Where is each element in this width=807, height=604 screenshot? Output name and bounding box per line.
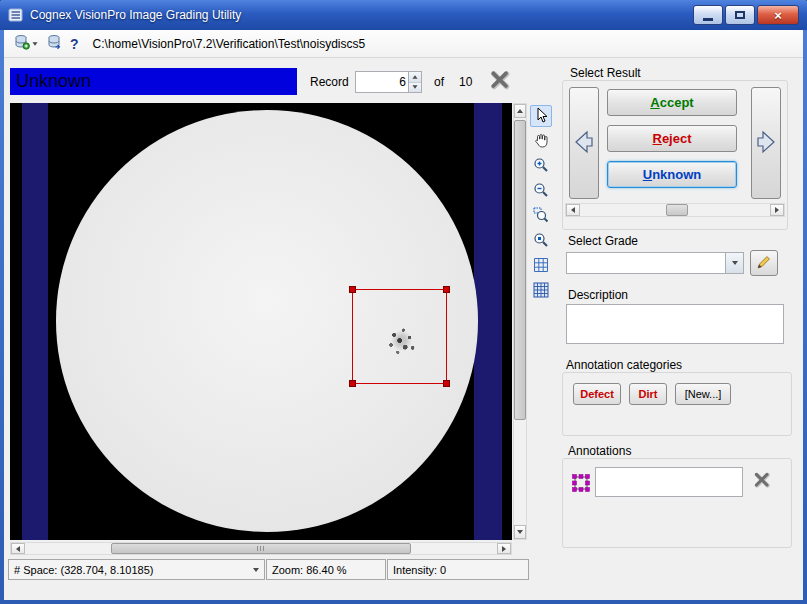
record-input[interactable]: [356, 72, 408, 92]
pencil-icon: [756, 254, 772, 273]
record-slider[interactable]: [565, 203, 785, 217]
scroll-right-button[interactable]: [497, 543, 511, 554]
roi-handle[interactable]: [443, 286, 450, 293]
thumb-grip-icon: [257, 546, 266, 551]
title-bar[interactable]: Cognex VisionPro Image Grading Utility ×: [0, 0, 807, 30]
zoom-in-icon: [533, 157, 549, 176]
save-results-button[interactable]: [44, 32, 64, 55]
image-canvas[interactable]: [10, 103, 512, 540]
scroll-up-button[interactable]: [514, 104, 526, 118]
combo-dropdown-icon: [732, 261, 738, 265]
roi-handle[interactable]: [443, 380, 450, 387]
window-title: Cognex VisionPro Image Grading Utility: [30, 8, 241, 22]
spin-up-button[interactable]: [409, 72, 421, 83]
roi-handle[interactable]: [349, 380, 356, 387]
defect-category-button[interactable]: Defect: [573, 383, 621, 405]
slider-left-button[interactable]: [566, 204, 580, 216]
slider-right-button[interactable]: [770, 204, 784, 216]
edit-grades-button[interactable]: [750, 250, 778, 276]
horizontal-scrollbar[interactable]: [10, 542, 512, 555]
dropdown-caret-icon: [32, 42, 37, 45]
new-category-button[interactable]: [New...]: [675, 383, 731, 405]
client-area: Unknown Record of 10: [4, 58, 803, 600]
arrow-right-icon: [502, 546, 506, 552]
spin-down-button[interactable]: [409, 83, 421, 93]
minimize-button[interactable]: [693, 5, 723, 25]
next-record-button[interactable]: [751, 87, 781, 199]
of-label: of: [434, 75, 444, 89]
horizontal-scroll-thumb[interactable]: [111, 543, 411, 554]
image-left-strip: [22, 103, 48, 540]
annotations-label: Annotations: [568, 444, 631, 458]
image-right-strip: [474, 103, 502, 540]
hand-icon: [533, 132, 549, 151]
maximize-icon: [735, 11, 745, 19]
close-button[interactable]: ×: [757, 5, 799, 25]
unknown-button[interactable]: Unknown: [607, 161, 737, 188]
space-selector[interactable]: # Space: (328.704, 8.10185): [8, 559, 265, 580]
delete-annotation-button[interactable]: [749, 469, 775, 493]
big-left-arrow-icon: [573, 127, 595, 160]
app-window: Cognex VisionPro Image Grading Utility ×…: [0, 0, 807, 604]
pixel-grid-tool-button[interactable]: [530, 280, 552, 302]
vertical-scroll-thumb[interactable]: [514, 120, 526, 420]
help-button[interactable]: ?: [68, 34, 81, 54]
record-label: Record: [310, 75, 349, 89]
zoom-out-tool-button[interactable]: [530, 180, 552, 202]
pixel-grid-icon: [533, 282, 549, 301]
database-export-icon: [46, 34, 62, 53]
previous-record-button[interactable]: [569, 87, 599, 199]
description-input[interactable]: [566, 304, 784, 344]
big-right-arrow-icon: [755, 127, 777, 160]
zoom-window-tool-button[interactable]: [530, 205, 552, 227]
vertical-scrollbar[interactable]: [513, 103, 527, 540]
scroll-down-button[interactable]: [514, 525, 526, 539]
grid-tool-button[interactable]: [530, 255, 552, 277]
record-slider-thumb[interactable]: [666, 204, 688, 216]
database-icon: [14, 34, 30, 53]
pan-tool-button[interactable]: [530, 130, 552, 152]
record-spinner: [355, 71, 422, 93]
accept-button[interactable]: Accept: [607, 89, 737, 116]
result-banner: Unknown: [10, 68, 297, 95]
annotation-categories-group: Defect Dirt [New...]: [562, 372, 792, 436]
arrow-left-icon: [16, 546, 20, 552]
arrow-up-icon: [517, 109, 523, 113]
caption-buttons: ×: [691, 5, 799, 25]
select-result-label: Select Result: [570, 66, 641, 80]
dirt-category-button[interactable]: Dirt: [629, 383, 667, 405]
space-dropdown-icon: [253, 568, 259, 572]
roi-rectangle[interactable]: [352, 289, 447, 384]
pointer-tool-button[interactable]: [530, 105, 552, 127]
intensity-status-text: Intensity: 0: [393, 564, 446, 576]
arrow-down-icon: [517, 530, 523, 534]
roi-handle[interactable]: [349, 286, 356, 293]
app-icon: [8, 7, 24, 23]
grade-combobox[interactable]: [566, 252, 744, 274]
scroll-left-button[interactable]: [11, 543, 25, 554]
arrow-left-icon: [571, 207, 575, 213]
annotation-categories-label: Annotation categories: [566, 358, 682, 372]
file-path: C:\home\VisionPro\7.2\Verification\Test\…: [93, 37, 366, 51]
zoom-fit-tool-button[interactable]: [530, 230, 552, 252]
close-icon: ×: [774, 9, 782, 22]
select-grade-label: Select Grade: [568, 234, 638, 248]
close-record-button[interactable]: [485, 67, 515, 96]
main-toolbar: ? C:\home\VisionPro\7.2\Verification\Tes…: [4, 30, 803, 58]
help-icon: ?: [70, 36, 79, 52]
space-status-text: # Space: (328.704, 8.10185): [14, 564, 153, 576]
maximize-button[interactable]: [725, 5, 755, 25]
open-results-button[interactable]: [12, 32, 40, 55]
window-body: ? C:\home\VisionPro\7.2\Verification\Tes…: [4, 30, 803, 600]
zoom-out-icon: [533, 182, 549, 201]
arrow-right-icon: [775, 207, 779, 213]
zoom-status-text: Zoom: 86.40 %: [272, 564, 347, 576]
select-result-group: Accept Reject Unknown: [562, 80, 788, 230]
grade-combo-arrow-button[interactable]: [725, 253, 743, 273]
annotation-text-input[interactable]: [595, 467, 743, 497]
grid-icon: [533, 257, 549, 276]
minimize-icon: [703, 18, 713, 21]
spinner-buttons: [408, 72, 421, 92]
reject-button[interactable]: Reject: [607, 125, 737, 152]
zoom-in-tool-button[interactable]: [530, 155, 552, 177]
